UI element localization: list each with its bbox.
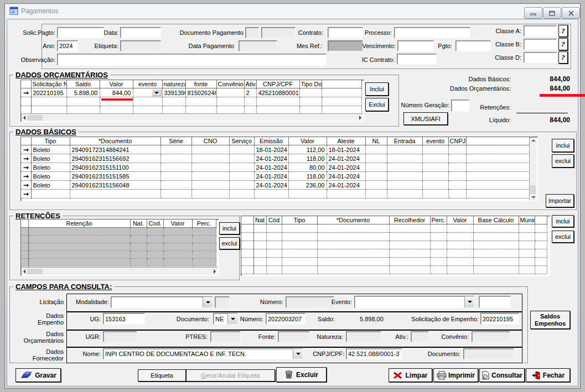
grid-row[interactable] [21, 236, 216, 243]
chevron-down-icon[interactable] [293, 349, 303, 359]
grid-cell[interactable] [389, 249, 430, 258]
grid-cell[interactable] [387, 172, 422, 181]
grid-row[interactable] [241, 258, 547, 266]
row-selector[interactable] [241, 249, 253, 258]
grid-cell[interactable] [31, 190, 70, 198]
grid-cell[interactable]: 24-01-2024 [254, 172, 288, 181]
row-selector[interactable] [241, 233, 253, 241]
grid-cell[interactable] [133, 97, 162, 106]
grid-cell[interactable] [229, 190, 254, 198]
grid-cell[interactable] [192, 228, 216, 236]
grid-cell[interactable] [163, 259, 192, 266]
grid-cell[interactable]: 29409172314884241 [70, 145, 161, 154]
grid-cell[interactable] [387, 154, 422, 163]
grid-cell[interactable] [282, 233, 317, 241]
grid-cell[interactable] [535, 224, 547, 233]
importar-button[interactable]: Importar [546, 194, 574, 207]
maximize-button[interactable] [543, 7, 561, 19]
grid-cell[interactable] [430, 258, 447, 266]
numero-empenho-input[interactable] [266, 313, 306, 325]
grid-cell[interactable]: 29409162315156048 [70, 181, 161, 190]
data-input[interactable] [120, 27, 161, 38]
grid-cell[interactable] [282, 249, 317, 258]
grid-cell[interactable] [327, 190, 365, 198]
grid-cell[interactable] [317, 224, 389, 233]
grid-cell[interactable] [387, 163, 422, 172]
grid-cell[interactable] [254, 190, 288, 198]
grid-cell[interactable] [473, 258, 519, 266]
grid-cell[interactable] [299, 88, 322, 97]
grid-cell[interactable] [519, 258, 535, 266]
grid-cell[interactable] [28, 228, 130, 236]
fonte-input[interactable] [278, 331, 310, 342]
grid-cell[interactable] [161, 154, 191, 163]
scroll-right-icon[interactable] [214, 269, 216, 274]
grid-cell[interactable] [317, 233, 389, 241]
grid-cell[interactable]: 24-01-2024 [327, 163, 365, 172]
grid-cell[interactable] [422, 172, 448, 181]
grid-cell[interactable] [535, 266, 547, 274]
grid-cell[interactable] [430, 241, 447, 249]
grid-cell[interactable]: 8150262460 [185, 88, 216, 97]
grid-cell[interactable]: 18-01-2024 [254, 145, 288, 154]
row-selector[interactable] [21, 251, 28, 259]
grid-cell[interactable]: 844,00 [100, 88, 133, 97]
grid-cell[interactable] [130, 259, 147, 266]
grid-cell[interactable] [253, 241, 266, 249]
ativ-input[interactable] [411, 331, 429, 342]
grid-cell[interactable]: 202210195 [31, 88, 66, 97]
grid-row[interactable] [21, 251, 216, 259]
observacao-input[interactable] [57, 54, 327, 66]
data-pagamento-input[interactable] [239, 40, 277, 51]
grid-cell[interactable] [422, 190, 448, 198]
grid-cell[interactable] [282, 258, 317, 266]
grid-cell[interactable] [365, 181, 387, 190]
numero-geracao-input[interactable] [451, 100, 469, 112]
ugr-input[interactable] [103, 331, 137, 342]
grid-cell[interactable] [229, 145, 254, 154]
grid-cell[interactable]: 42521088000137 [256, 88, 299, 97]
grid-cell[interactable] [317, 241, 389, 249]
grid-cell[interactable] [430, 249, 447, 258]
contrato-input[interactable] [328, 27, 363, 38]
row-selector[interactable] [241, 266, 253, 274]
grid-cell[interactable] [266, 233, 282, 241]
grid-cell[interactable] [163, 251, 192, 259]
grid-cell[interactable] [422, 154, 448, 163]
grid-cell[interactable] [317, 249, 389, 258]
grid-cell[interactable] [317, 266, 389, 274]
convenio-input[interactable] [472, 331, 510, 342]
grid-cell[interactable] [447, 266, 473, 274]
grid-cell[interactable] [28, 236, 130, 243]
grid-cell[interactable] [266, 258, 282, 266]
grid-cell[interactable]: Boleto [31, 145, 70, 154]
grid-cell[interactable] [161, 172, 191, 181]
classe-a-help-button[interactable]: ? [558, 25, 568, 37]
grid-cell[interactable] [389, 258, 430, 266]
grid-cell[interactable] [253, 224, 266, 233]
grid-cell[interactable] [447, 224, 473, 233]
grid-cell[interactable]: 29409162315156692 [70, 154, 161, 163]
ic-contrato-input[interactable] [397, 54, 437, 65]
licitacao-aux-input[interactable] [215, 296, 230, 308]
grid-cell[interactable] [448, 145, 466, 154]
row-selector[interactable]: → [21, 163, 31, 172]
etiqueta-input[interactable] [120, 40, 161, 51]
grid-cell[interactable] [387, 190, 422, 198]
evento-combobox[interactable] [354, 296, 475, 308]
classe-b-help-button[interactable]: ? [558, 38, 568, 50]
imprimir-button[interactable]: Imprimir [433, 368, 478, 382]
grid-cell[interactable] [448, 181, 466, 190]
grid-cell[interactable] [216, 97, 244, 106]
mes-ref-input[interactable] [328, 40, 363, 51]
gerar-anular-etiqueta-button[interactable]: Gerar/Anular Etiqueta [186, 369, 275, 381]
grid-cell[interactable]: 33913904 [162, 88, 185, 97]
grid-cell[interactable] [447, 249, 473, 258]
grid-cell[interactable] [253, 266, 266, 274]
grid-cell[interactable]: Boleto [31, 172, 70, 181]
grid-cell[interactable] [430, 266, 447, 274]
grid-cell[interactable] [162, 97, 185, 106]
grid-cell[interactable] [365, 163, 387, 172]
row-selector[interactable]: → [21, 88, 31, 97]
grid-cell[interactable] [266, 224, 282, 233]
